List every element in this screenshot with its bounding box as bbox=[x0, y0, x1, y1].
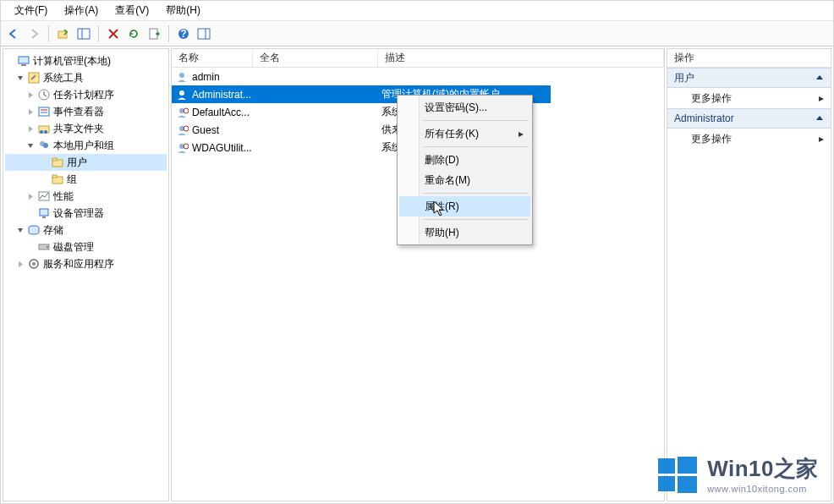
actions-section-label: Administrator bbox=[674, 112, 734, 124]
menubar: 文件(F) 操作(A) 查看(V) 帮助(H) bbox=[1, 1, 833, 21]
tree-root-computer-management[interactable]: 计算机管理(本地) bbox=[5, 52, 167, 69]
caret-up-icon bbox=[815, 74, 824, 82]
delete-button[interactable] bbox=[104, 25, 123, 43]
actions-section-label: 用户 bbox=[674, 71, 694, 85]
table-row[interactable]: admin bbox=[172, 68, 664, 85]
cell-name: DefaultAcc... bbox=[192, 107, 250, 118]
event-viewer-icon bbox=[37, 105, 51, 118]
expander-closed-icon[interactable] bbox=[25, 191, 36, 201]
windows-logo-icon bbox=[658, 455, 697, 494]
tree-label: 共享文件夹 bbox=[51, 121, 107, 137]
actions-link-label: 更多操作 bbox=[691, 91, 732, 106]
toolbar-separator bbox=[48, 25, 49, 42]
user-icon bbox=[175, 88, 189, 101]
actions-section-administrator[interactable]: Administrator bbox=[667, 108, 831, 129]
svg-point-17 bbox=[44, 130, 47, 134]
tree-performance[interactable]: 性能 bbox=[5, 188, 167, 205]
ctx-delete[interactable]: 删除(D) bbox=[399, 150, 530, 170]
ctx-all-tasks[interactable]: 所有任务(K)▸ bbox=[399, 123, 530, 144]
tree-users[interactable]: 用户 bbox=[5, 154, 167, 171]
column-header-description[interactable]: 描述 bbox=[378, 49, 664, 67]
ctx-separator bbox=[423, 120, 529, 121]
svg-rect-9 bbox=[21, 64, 26, 66]
toolbar: ? bbox=[1, 21, 833, 47]
ctx-set-password[interactable]: 设置密码(S)... bbox=[399, 97, 530, 118]
tree-label: 系统工具 bbox=[41, 70, 86, 86]
refresh-button[interactable] bbox=[124, 25, 143, 43]
svg-rect-21 bbox=[52, 158, 57, 161]
column-header-name[interactable]: 名称 bbox=[172, 49, 253, 67]
tree-label: 事件查看器 bbox=[51, 104, 107, 120]
ctx-properties[interactable]: 属性(R) bbox=[399, 196, 530, 216]
tree-event-viewer[interactable]: 事件查看器 bbox=[5, 103, 167, 120]
expander-open-icon[interactable] bbox=[15, 73, 25, 83]
tree-label: 存储 bbox=[41, 222, 66, 238]
actions-section-users[interactable]: 用户 bbox=[667, 68, 831, 88]
svg-rect-0 bbox=[58, 31, 67, 38]
tree-groups[interactable]: 组 bbox=[5, 171, 167, 188]
watermark-title: Win10之家 bbox=[707, 454, 819, 484]
tree-label: 性能 bbox=[51, 189, 76, 205]
cell-name: Guest bbox=[192, 124, 219, 136]
expander-closed-icon[interactable] bbox=[25, 123, 36, 134]
column-headers: 名称 全名 描述 bbox=[172, 49, 664, 68]
user-disabled-icon bbox=[175, 123, 189, 137]
tree-task-scheduler[interactable]: 任务计划程序 bbox=[5, 86, 167, 103]
tree-shared-folders[interactable]: 共享文件夹 bbox=[5, 120, 167, 137]
performance-icon bbox=[37, 189, 51, 203]
export-list-button[interactable] bbox=[145, 25, 163, 43]
actions-more-users[interactable]: 更多操作 ▸ bbox=[667, 88, 831, 108]
svg-rect-8 bbox=[19, 57, 29, 63]
show-hide-actions-button[interactable] bbox=[195, 25, 213, 43]
actions-pane: 操作 用户 更多操作 ▸ Administrator 更多操作 ▸ bbox=[667, 48, 831, 501]
menu-help[interactable]: 帮助(H) bbox=[157, 1, 209, 20]
help-button[interactable]: ? bbox=[174, 25, 193, 43]
svg-rect-23 bbox=[52, 175, 57, 178]
tree-label: 组 bbox=[64, 172, 80, 188]
expander-open-icon[interactable] bbox=[25, 140, 36, 151]
actions-more-administrator[interactable]: 更多操作 ▸ bbox=[667, 129, 831, 149]
tree-local-users-groups[interactable]: 本地用户和组 bbox=[5, 137, 167, 154]
ctx-label: 重命名(M) bbox=[425, 173, 470, 188]
svg-point-33 bbox=[179, 90, 184, 96]
toolbar-separator bbox=[168, 25, 169, 42]
up-button[interactable] bbox=[54, 25, 73, 43]
caret-up-icon bbox=[815, 114, 824, 123]
svg-rect-6 bbox=[198, 29, 210, 39]
cell-name: WDAGUtilit... bbox=[192, 142, 252, 154]
forward-button[interactable] bbox=[25, 25, 43, 43]
cell-name: Administrat... bbox=[192, 89, 251, 101]
actions-link-label: 更多操作 bbox=[691, 132, 732, 146]
user-disabled-icon bbox=[175, 141, 189, 155]
svg-point-32 bbox=[179, 73, 184, 78]
tree-services-apps[interactable]: 服务和应用程序 bbox=[5, 255, 167, 272]
watermark-url: www.win10xitong.com bbox=[707, 484, 819, 494]
expander-open-icon[interactable] bbox=[15, 225, 25, 235]
expander-closed-icon[interactable] bbox=[25, 90, 36, 100]
ctx-rename[interactable]: 重命名(M) bbox=[399, 170, 530, 190]
menu-view[interactable]: 查看(V) bbox=[107, 1, 157, 20]
tree-label: 用户 bbox=[64, 155, 90, 171]
menu-file[interactable]: 文件(F) bbox=[6, 1, 56, 20]
expander-closed-icon[interactable] bbox=[15, 259, 25, 269]
column-header-fullname[interactable]: 全名 bbox=[253, 49, 378, 67]
back-button[interactable] bbox=[4, 25, 23, 43]
tools-icon bbox=[27, 71, 41, 85]
tree-device-manager[interactable]: 设备管理器 bbox=[5, 205, 167, 222]
tree-system-tools[interactable]: 系统工具 bbox=[5, 69, 167, 86]
chevron-right-icon: ▸ bbox=[519, 128, 524, 140]
ctx-help[interactable]: 帮助(H) bbox=[399, 222, 530, 243]
user-disabled-icon bbox=[175, 106, 189, 119]
folder-icon bbox=[51, 156, 64, 169]
tree-disk-management[interactable]: 磁盘管理 bbox=[5, 238, 167, 255]
menu-action[interactable]: 操作(A) bbox=[56, 1, 107, 20]
show-hide-tree-button[interactable] bbox=[74, 25, 93, 43]
tree-label: 计算机管理(本地) bbox=[30, 53, 113, 69]
user-icon bbox=[175, 70, 189, 84]
actions-header: 操作 bbox=[667, 49, 831, 68]
expander-closed-icon[interactable] bbox=[25, 107, 36, 117]
tree-storage[interactable]: 存储 bbox=[5, 222, 167, 238]
folder-icon bbox=[51, 173, 64, 186]
ctx-separator bbox=[423, 193, 529, 194]
services-icon bbox=[27, 257, 41, 271]
